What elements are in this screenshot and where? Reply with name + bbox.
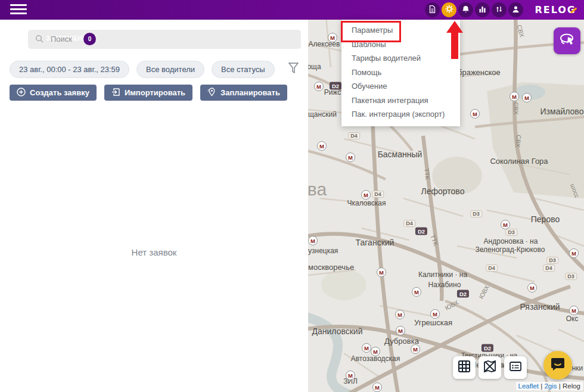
document-icon [428,5,436,15]
menu-item-parameters[interactable]: Параметры [341,23,460,38]
transactions-button[interactable] [492,2,507,17]
leaflet-link[interactable]: Leaflet [518,382,539,390]
profile-button[interactable] [508,2,523,17]
chat-bubble-icon [550,356,566,374]
metro-station-marker: М [395,310,405,319]
map-line-badge: D3 [546,257,558,264]
map-line-badge: D2 [415,228,427,235]
metro-station-marker: М [569,248,579,258]
documents-button[interactable] [425,2,440,17]
app-header: RELOG [0,0,584,20]
statuses-filter[interactable]: Все статусы [212,61,275,78]
map-line-badge: D4 [348,132,360,139]
settings-gear-icon [445,5,453,15]
metro-station-marker: М [411,344,420,354]
metro-station-marker: М [569,306,579,315]
date-range-filter[interactable]: 23 авг., 00:00 - 23 авг., 23:59 [10,61,129,78]
hamburger-menu-button[interactable] [10,4,27,15]
relog-attribution: Relog [563,382,580,390]
settings-button[interactable] [442,2,456,17]
analytics-button[interactable] [475,2,490,17]
menu-item-help[interactable]: Помощь [341,66,460,80]
metro-station-marker: М [314,82,324,91]
support-chat-button[interactable] [543,351,572,379]
metro-station-marker: М [501,220,510,229]
swap-arrows-icon [495,5,503,15]
map-crossed-icon [483,360,496,375]
plan-button[interactable]: Запланировать [200,85,287,101]
map-line-badge: D3 [470,210,482,217]
attribution-separator: | [557,382,563,390]
metro-station-marker: М [396,326,405,335]
metro-station-marker: М [522,93,532,102]
search-input[interactable]: Завершенные Поиск 0 [28,30,301,49]
metro-station-marker: М [346,153,355,162]
orders-panel: Завершенные Поиск 0 23 авг., 00:00 - 23 … [0,20,308,392]
list-icon [509,360,522,375]
map-line-badge: D3 [565,273,577,280]
metro-station-marker: М [412,287,421,297]
search-placeholder: Поиск [51,35,72,43]
metro-station-marker: М [527,283,537,293]
bar-chart-icon [479,5,486,15]
grid-view-button[interactable] [453,356,476,379]
metro-station-marker: М [377,267,386,277]
metro-station-marker: М [308,236,318,245]
map-line-badge: D2 [330,82,341,90]
list-view-button[interactable] [504,356,527,379]
search-icon [35,35,44,46]
metro-station-marker: М [361,190,371,200]
map-line-badge: D4 [543,265,555,272]
metro-station-marker: М [430,309,440,319]
metro-station-marker: М [470,109,480,119]
metro-station-marker: М [372,382,382,392]
metro-station-marker: М [317,141,327,151]
metro-station-marker: М [346,371,355,380]
create-order-button[interactable]: Создать заявку [10,85,97,101]
lasso-select-button[interactable] [554,27,580,54]
bell-icon [462,5,470,15]
map-line-badge: D2 [482,344,493,352]
map-line-badge: D4 [403,220,415,227]
notifications-button[interactable] [458,2,473,17]
menu-item-templates[interactable]: Шаблоны [341,38,460,52]
map-line-badge: D2 [457,290,469,298]
relog-logo: RELOG [535,4,576,15]
metro-station-marker: М [328,33,337,42]
menu-item-batch-integration-export[interactable]: Пак. интеграция (экспорт) [341,107,460,122]
completed-count-badge: 0 [83,33,96,45]
menu-item-training[interactable]: Обучение [341,79,460,94]
metro-station-marker: М [371,347,380,356]
map-toggle-button[interactable] [479,356,501,379]
menu-item-batch-integration[interactable]: Пакетная интеграция [341,94,460,108]
import-button[interactable]: Импортировать [104,85,192,101]
grid-icon [458,360,471,375]
plus-circle-icon [17,88,26,98]
drivers-filter[interactable]: Все водители [136,61,204,78]
menu-item-driver-tariffs[interactable]: Тарифы водителей [341,51,460,66]
import-icon [111,88,120,98]
2gis-link[interactable]: 2gis [544,382,557,390]
metro-station-marker: М [510,92,519,101]
empty-state-text: Нет заявок [0,247,308,257]
map-attribution: Leaflet | 2gis | Relog [516,382,583,390]
user-icon [512,5,520,15]
settings-dropdown-menu: Параметры Шаблоны Тарифы водителей Помощ… [341,20,460,126]
filter-funnel-icon[interactable] [288,63,299,76]
map-line-badge: D4 [372,191,384,198]
map-line-badge: D3 [505,229,517,236]
map-line-badge: D4 [486,265,498,272]
map-pin-icon [207,88,216,98]
metro-station-marker: М [362,343,371,353]
lasso-cursor-icon [559,32,576,50]
